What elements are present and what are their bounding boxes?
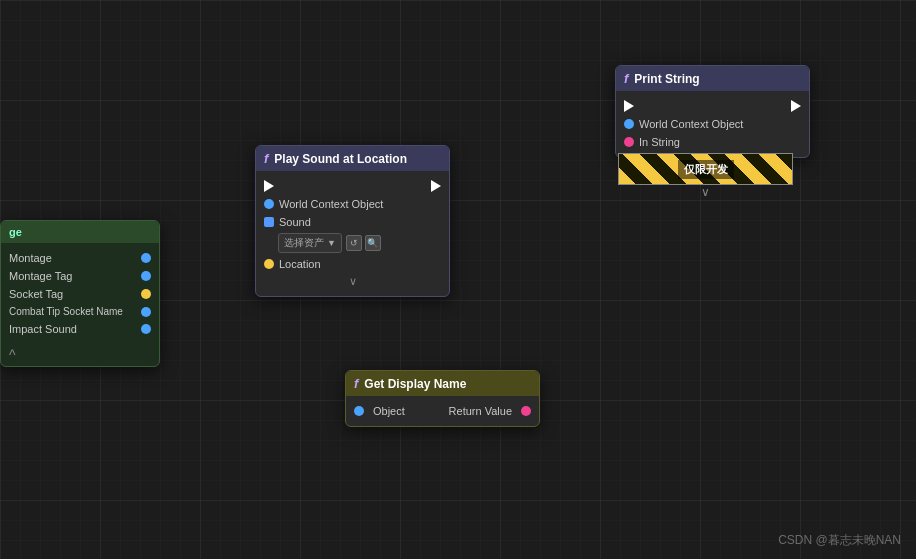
get-display-object-label: Object xyxy=(373,405,405,417)
print-string-exec-in[interactable] xyxy=(624,100,634,112)
play-sound-sound-label: Sound xyxy=(279,216,311,228)
play-sound-sound-pin[interactable] xyxy=(264,217,274,227)
get-display-title: Get Display Name xyxy=(364,377,466,391)
warning-chevron-row: ∨ xyxy=(618,185,793,199)
socket-tag-row: Socket Tag xyxy=(1,285,159,303)
play-sound-world-context-row: World Context Object xyxy=(256,195,449,213)
montage-tag-pin[interactable] xyxy=(141,271,151,281)
montage-tag-row: Montage Tag xyxy=(1,267,159,285)
combat-tip-label: Combat Tip Socket Name xyxy=(9,306,123,317)
play-sound-func-icon: f xyxy=(264,151,268,166)
combat-tip-row: Combat Tip Socket Name xyxy=(1,303,159,320)
play-sound-body: World Context Object Sound 选择资产 ▼ ↺ 🔍 Lo… xyxy=(256,171,449,296)
print-string-in-string-pin[interactable] xyxy=(624,137,634,147)
montage-row: Montage xyxy=(1,249,159,267)
play-sound-location-label: Location xyxy=(279,258,321,270)
warning-text: 仅限开发 xyxy=(678,160,734,179)
print-string-world-context-row: World Context Object xyxy=(616,115,809,133)
print-string-title: Print String xyxy=(634,72,699,86)
left-panel-header: ge xyxy=(1,221,159,243)
get-display-func-icon: f xyxy=(354,376,358,391)
get-display-node: f Get Display Name Object Return Value xyxy=(345,370,540,427)
play-sound-chevron[interactable]: ∨ xyxy=(256,273,449,290)
play-sound-exec-out[interactable] xyxy=(431,180,441,192)
print-string-func-icon: f xyxy=(624,71,628,86)
play-sound-asset-selector[interactable]: 选择资产 ▼ xyxy=(278,233,342,253)
play-sound-ctrl-search[interactable]: 🔍 xyxy=(365,235,381,251)
print-string-in-string-label: In String xyxy=(639,136,680,148)
play-sound-asset-label: 选择资产 xyxy=(284,236,324,250)
left-panel-title: ge xyxy=(9,226,22,238)
get-display-pins-row: Object Return Value xyxy=(346,402,539,420)
get-display-header: f Get Display Name xyxy=(346,371,539,396)
warning-banner: 仅限开发 xyxy=(618,153,793,185)
impact-sound-pin[interactable] xyxy=(141,324,151,334)
play-sound-header: f Play Sound at Location xyxy=(256,146,449,171)
print-string-world-context-pin[interactable] xyxy=(624,119,634,129)
get-display-return-row: Return Value xyxy=(449,405,531,417)
left-panel-collapse[interactable]: ^ xyxy=(1,344,159,366)
montage-tag-label: Montage Tag xyxy=(9,270,72,282)
play-sound-node: f Play Sound at Location World Context O… xyxy=(255,145,450,297)
socket-tag-pin[interactable] xyxy=(141,289,151,299)
watermark: CSDN @暮志未晚NAN xyxy=(778,532,901,549)
print-string-header: f Print String xyxy=(616,66,809,91)
play-sound-ctrl-reset[interactable]: ↺ xyxy=(346,235,362,251)
warning-chevron-icon[interactable]: ∨ xyxy=(701,185,710,199)
print-string-exec-row xyxy=(616,97,809,115)
get-display-return-pin[interactable] xyxy=(521,406,531,416)
print-string-in-string-row: In String xyxy=(616,133,809,151)
play-sound-controls: ↺ 🔍 xyxy=(346,235,381,251)
print-string-node: f Print String World Context Object In S… xyxy=(615,65,810,158)
get-display-body: Object Return Value xyxy=(346,396,539,426)
play-sound-title: Play Sound at Location xyxy=(274,152,407,166)
play-sound-dropdown-icon: ▼ xyxy=(327,238,336,248)
montage-pin[interactable] xyxy=(141,253,151,263)
print-string-body: World Context Object In String xyxy=(616,91,809,157)
get-display-object-row: Object xyxy=(354,405,405,417)
play-sound-exec-row xyxy=(256,177,449,195)
print-string-world-context-label: World Context Object xyxy=(639,118,743,130)
impact-sound-row: Impact Sound xyxy=(1,320,159,338)
play-sound-location-row: Location xyxy=(256,255,449,273)
play-sound-world-context-label: World Context Object xyxy=(279,198,383,210)
print-string-exec-out[interactable] xyxy=(791,100,801,112)
montage-label: Montage xyxy=(9,252,52,264)
impact-sound-label: Impact Sound xyxy=(9,323,77,335)
get-display-object-pin[interactable] xyxy=(354,406,364,416)
left-panel-node: ge Montage Montage Tag Socket Tag Combat… xyxy=(0,220,160,367)
play-sound-world-context-pin[interactable] xyxy=(264,199,274,209)
play-sound-exec-in[interactable] xyxy=(264,180,274,192)
play-sound-selector-row: 选择资产 ▼ ↺ 🔍 xyxy=(256,231,449,255)
play-sound-sound-row: Sound xyxy=(256,213,449,231)
socket-tag-label: Socket Tag xyxy=(9,288,63,300)
play-sound-location-pin[interactable] xyxy=(264,259,274,269)
get-display-return-label: Return Value xyxy=(449,405,512,417)
combat-tip-pin[interactable] xyxy=(141,307,151,317)
left-panel-body: Montage Montage Tag Socket Tag Combat Ti… xyxy=(1,243,159,344)
